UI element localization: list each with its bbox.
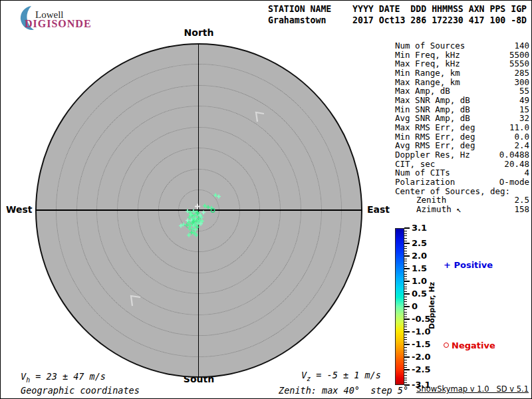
colorbar-axis-label: Doppler, Hz xyxy=(428,282,436,329)
horizontal-velocity-readout: Vh = 23 ± 47 m/s xyxy=(21,371,106,384)
version-text: ShowSkymap v 1.0 SD v 5.1 xyxy=(416,384,529,394)
colorbar-major-tick xyxy=(404,243,410,244)
compass-west-label: West xyxy=(6,204,32,215)
coordinates-note: Geographic coordinates xyxy=(21,385,140,396)
north-south-axis xyxy=(198,44,200,377)
stats-row: Min SNR Amp, dB15 xyxy=(395,105,529,114)
positive-label: Positive xyxy=(454,260,493,270)
colorbar-tick-label: 0 xyxy=(412,301,418,311)
colorbar-major-tick xyxy=(404,255,410,257)
colorbar-major-tick xyxy=(404,356,410,358)
stats-row: Min Freq, kHz5500 xyxy=(395,51,529,60)
lowell-digisonde-logo: Lowell DIGISONDE xyxy=(18,4,104,31)
colorbar-major-tick xyxy=(404,331,410,332)
compass-north-label: North xyxy=(165,27,233,38)
colorbar-tick-label: 2.5 xyxy=(412,238,427,248)
compass-east-label: East xyxy=(367,204,390,215)
skymap-circle xyxy=(35,43,362,378)
stats-panel: Num of Sources140Min Freq, kHz5500Max Fr… xyxy=(395,41,529,213)
zenith-range-note: Zenith: max 40° step 5° xyxy=(279,385,408,396)
showskymap-window: Lowell DIGISONDE STATION NAME YYYY DATE … xyxy=(0,0,532,399)
logo-digisonde-text: DIGISONDE xyxy=(25,18,92,30)
station-header: STATION NAME YYYY DATE DDD HHMMSS AXN PP… xyxy=(268,3,527,26)
circle-marker-icon xyxy=(444,342,449,348)
header-columns: STATION NAME YYYY DATE DDD HHMMSS AXN PP… xyxy=(268,3,527,15)
stats-row: Avg RMS Err, deg2.4 xyxy=(395,141,529,150)
negative-legend: Negative xyxy=(444,340,495,350)
stats-row: Max SNR Amp, dB49 xyxy=(395,96,529,105)
header-values: Grahamstown 2017 Oct13 286 172230 417 10… xyxy=(268,15,527,26)
stats-row: Max Range, km300 xyxy=(395,78,529,87)
colorbar-major-tick xyxy=(404,319,410,320)
stats-row: Min Range, km285 xyxy=(395,68,529,78)
stats-row: Doppler Res, Hz0.0488 xyxy=(395,150,529,160)
negative-label: Negative xyxy=(452,340,495,350)
colorbar-tick-label: -2.0 xyxy=(412,352,430,362)
plus-marker-icon: + xyxy=(444,260,451,270)
colorbar-tick-label: -2.5 xyxy=(412,364,430,374)
colorbar-gradient xyxy=(395,228,404,385)
doppler-colorbar: 3.12.52.01.51.00.50-0.5-1.0-1.5-2.0-2.5-… xyxy=(395,228,442,385)
colorbar-tick-label: 3.1 xyxy=(412,223,427,233)
stats-row: Num of CITs4 xyxy=(395,168,529,178)
colorbar-major-tick xyxy=(404,268,410,269)
stats-row: Min RMS Err, deg0.0 xyxy=(395,132,529,142)
vertical-velocity-readout: Vz = -5 ± 1 m/s xyxy=(301,370,381,382)
stats-row: Num of Sources140 xyxy=(395,41,529,51)
stats-row: Max Amp, dB55 xyxy=(395,86,529,96)
stats-row: Avg SNR Amp, dB32 xyxy=(395,114,529,123)
east-west-axis xyxy=(36,209,362,211)
positive-legend: + Positive xyxy=(444,260,493,270)
colorbar-major-tick xyxy=(404,344,410,345)
colorbar-tick-label: 0.5 xyxy=(412,289,427,299)
colorbar-major-tick xyxy=(404,281,410,282)
colorbar-tick-label: 1.5 xyxy=(412,263,427,273)
colorbar-major-tick xyxy=(404,293,410,295)
stats-row: Max Freq, kHz5550 xyxy=(395,59,529,68)
colorbar-tick-label: 2.0 xyxy=(412,251,427,261)
stats-row: Center of Sources, deg: xyxy=(395,187,529,196)
colorbar-major-tick xyxy=(404,306,410,307)
stats-row: PolarizationO-mode xyxy=(395,178,529,187)
colorbar-tick-label: -1.5 xyxy=(412,339,430,349)
stats-row: CIT, sec20.48 xyxy=(395,160,529,169)
zenith-ring xyxy=(56,64,342,356)
colorbar-major-tick xyxy=(404,369,410,370)
stats-row: Azimuth ↖158 xyxy=(395,205,529,214)
colorbar-major-tick xyxy=(404,227,410,229)
stats-row: Max RMS Err, deg11.0 xyxy=(395,123,529,132)
colorbar-tick-label: 1.0 xyxy=(412,276,427,286)
stats-row: Zenith2.5 xyxy=(395,196,529,205)
